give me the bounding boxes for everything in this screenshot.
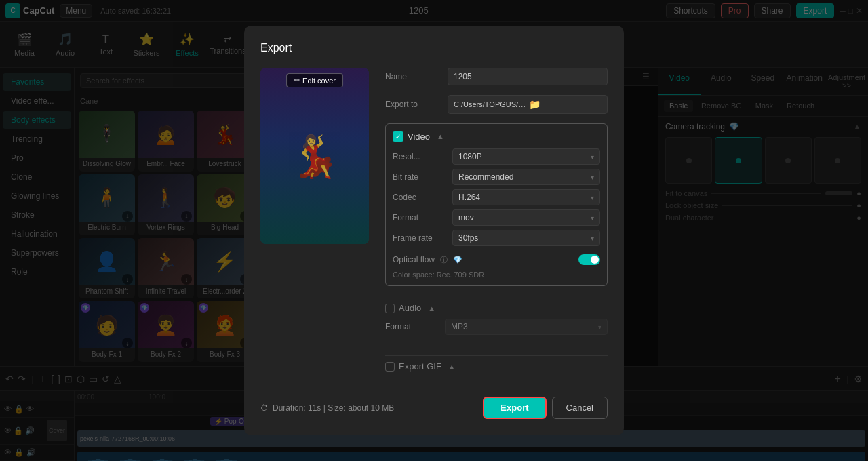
export-path-field[interactable]: C:/Users/TOPGUS/De... 📁: [448, 95, 608, 114]
audio-format-label: Format: [385, 322, 439, 332]
gif-toggle[interactable]: [385, 362, 395, 372]
export-path-value: C:/Users/TOPGUS/De...: [454, 100, 526, 108]
audio-section: Audio ▲ Format MP3 ▾: [385, 296, 608, 346]
pencil-icon: ✏: [294, 76, 300, 85]
duration-label: Duration: 11s | Size: about 10 MB: [273, 403, 394, 413]
footer-info: ⏱ Duration: 11s | Size: about 10 MB: [260, 403, 394, 413]
name-label: Name: [385, 72, 439, 81]
duration-icon: ⏱: [260, 403, 269, 413]
export-modal: Export 💃 ✏ Edit cover Name: [244, 26, 624, 435]
resolution-value: 1080P: [458, 152, 482, 161]
bit-rate-select[interactable]: Recommended ▾: [452, 169, 600, 185]
video-toggle[interactable]: ✓: [393, 131, 403, 142]
bit-rate-row: Bit rate Recommended ▾: [393, 169, 600, 185]
optical-flow-toggle[interactable]: [578, 254, 600, 265]
chevron-down-icon-4: ▾: [591, 214, 594, 222]
modal-overlay: Export 💃 ✏ Edit cover Name: [0, 0, 868, 461]
video-section: ✓ Video ▲ Resol... 1080P ▾ Bit r: [385, 123, 608, 286]
video-label: Video: [408, 132, 430, 142]
preview-image: 💃: [260, 68, 369, 244]
modal-form: Name Export to C:/Users/TOPGUS/De... 📁 ✓…: [385, 68, 608, 377]
optical-pro-icon: 💎: [453, 256, 462, 264]
preview-figure-icon: 💃: [290, 132, 340, 180]
codec-label: Codec: [393, 193, 447, 202]
export-button[interactable]: Export: [483, 397, 546, 419]
modal-title: Export: [260, 42, 608, 54]
cancel-button[interactable]: Cancel: [552, 397, 608, 419]
color-space-label: Color space: Rec. 709 SDR: [393, 269, 600, 283]
export-to-row: Export to C:/Users/TOPGUS/De... 📁: [385, 95, 608, 114]
modal-preview: 💃 ✏ Edit cover: [260, 68, 369, 244]
optical-flow-row: Optical flow ⓘ 💎: [393, 250, 600, 269]
modal-footer: ⏱ Duration: 11s | Size: about 10 MB Expo…: [260, 388, 608, 419]
chevron-down-icon-5: ▾: [591, 235, 594, 242]
audio-format-row: Format MP3 ▾: [385, 319, 608, 335]
gif-section: Export GIF ▲: [385, 355, 608, 377]
format-row: Format mov ▾: [393, 209, 600, 226]
edit-cover-label: Edit cover: [302, 77, 336, 85]
chevron-down-icon-3: ▾: [591, 194, 594, 201]
codec-row: Codec H.264 ▾: [393, 189, 600, 205]
format-label: Format: [393, 213, 447, 222]
info-icon[interactable]: ⓘ: [440, 255, 448, 265]
frame-rate-row: Frame rate 30fps ▾: [393, 230, 600, 246]
audio-chevron[interactable]: ▲: [428, 304, 435, 313]
audio-label: Audio: [399, 303, 421, 313]
chevron-down-icon: ▾: [591, 153, 594, 161]
chevron-down-icon-2: ▾: [591, 174, 594, 181]
resolution-row: Resol... 1080P ▾: [393, 148, 600, 165]
codec-value: H.264: [458, 193, 480, 202]
format-value: mov: [458, 213, 474, 222]
audio-format-select[interactable]: MP3 ▾: [445, 319, 608, 335]
footer-buttons: Export Cancel: [483, 397, 608, 419]
gif-header: Export GIF ▲: [385, 361, 608, 372]
name-input[interactable]: [448, 68, 608, 85]
resolution-select[interactable]: 1080P ▾: [452, 148, 600, 165]
edit-cover-button[interactable]: ✏ Edit cover: [286, 73, 343, 87]
audio-header: Audio ▲: [385, 303, 608, 313]
frame-rate-label: Frame rate: [393, 233, 447, 243]
frame-rate-select[interactable]: 30fps ▾: [452, 230, 600, 246]
codec-select[interactable]: H.264 ▾: [452, 189, 600, 205]
audio-format-value: MP3: [451, 322, 468, 332]
export-to-label: Export to: [385, 100, 439, 109]
optical-flow-label: Optical flow: [393, 255, 435, 264]
resolution-label: Resol...: [393, 152, 447, 161]
audio-toggle[interactable]: [385, 304, 395, 313]
bit-rate-label: Bit rate: [393, 172, 447, 182]
folder-icon[interactable]: 📁: [529, 99, 601, 110]
video-chevron[interactable]: ▲: [437, 132, 444, 140]
modal-body: 💃 ✏ Edit cover Name Export to: [260, 68, 608, 377]
preview-cover: 💃: [260, 68, 369, 244]
chevron-down-icon-6: ▾: [598, 323, 601, 331]
bit-rate-value: Recommended: [458, 172, 513, 182]
toggle-knob: [591, 256, 599, 264]
format-select[interactable]: mov ▾: [452, 209, 600, 226]
frame-rate-value: 30fps: [458, 233, 478, 243]
video-section-header: ✓ Video ▲: [393, 131, 600, 142]
gif-label: Export GIF: [399, 361, 441, 372]
gif-chevron[interactable]: ▲: [448, 363, 456, 371]
name-row: Name: [385, 68, 608, 85]
